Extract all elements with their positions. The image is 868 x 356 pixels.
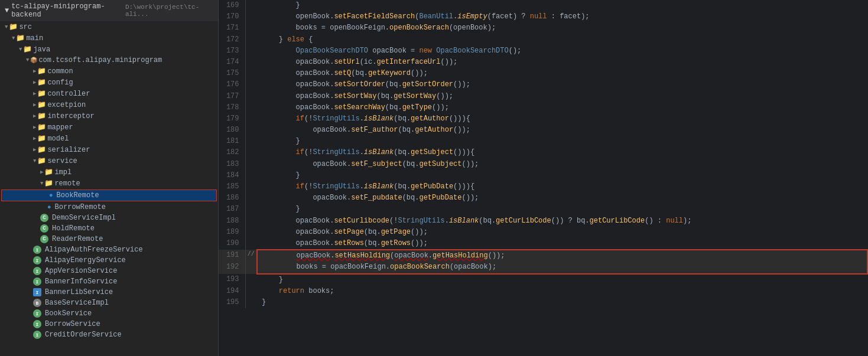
tree-item-interceptor[interactable]: ▶ 📁 interceptor — [0, 110, 218, 122]
code-editor[interactable]: 169 } 170 openBook.setFacetFieldSearch(B… — [219, 0, 868, 356]
line-number: 184 — [219, 170, 245, 181]
service-badge: I — [33, 256, 41, 264]
table-row: 171 books = openBookFeign.openBookSerach… — [219, 22, 867, 34]
table-row: 177 opacBook.setSortWay(bq.getSortWay())… — [219, 91, 867, 102]
tree-item-CreditOrderService[interactable]: I CreditOrderService — [0, 329, 218, 340]
line-number: 180 — [219, 125, 245, 136]
code-line: opacBook.setSearchWay(bq.getType()); — [257, 102, 867, 113]
gutter — [245, 297, 257, 308]
tree-item-common[interactable]: ▶ 📁 common — [0, 66, 218, 77]
class-badge: C — [40, 235, 48, 243]
chevron-icon: ▶ — [33, 90, 36, 97]
tree-label: service — [46, 157, 218, 165]
code-line: } — [257, 136, 867, 147]
interface-icon: ● — [47, 204, 51, 211]
tree-label: mapper — [46, 123, 218, 132]
code-line: opacBook.setSortOrder(bq.getSortOrder())… — [257, 79, 867, 90]
service-badge: I — [33, 246, 41, 254]
folder-icon: 📁 — [16, 34, 25, 43]
code-line: books = opacBookFeign.opacBookSearch(opa… — [257, 262, 867, 273]
code-line: } else { — [257, 34, 867, 45]
tree-item-BaseServiceImpl[interactable]: B BaseServiceImpl — [0, 298, 218, 308]
chevron-icon: ▼ — [19, 47, 22, 53]
line-number: 190 — [219, 238, 245, 250]
tree-item-BannerLibService[interactable]: I BannerLibService — [0, 287, 218, 298]
tree-item-config[interactable]: ▶ 📁 config — [0, 77, 218, 88]
tree-label: ReaderRemote — [51, 235, 218, 243]
tree-item-serializer[interactable]: ▶ 📁 serializer — [0, 144, 218, 155]
tree-item-BorrowRemote[interactable]: ● BorrowRemote — [0, 202, 218, 213]
table-row: 190 opacBook.setRows(bq.getRows()); — [219, 238, 867, 250]
table-row: 193 } — [219, 274, 867, 286]
table-row: 182 if(!StringUtils.isBlank(bq.getSubjec… — [219, 147, 867, 158]
tree-label: interceptor — [46, 112, 218, 120]
gutter — [245, 136, 257, 147]
folder-icon: 📁 — [9, 22, 18, 31]
file-tree[interactable]: ▼ tc-alipay-miniprogram-backend D:\work\… — [0, 0, 219, 356]
tree-item-BookRemote[interactable]: ● BookRemote — [1, 190, 217, 201]
line-number: 174 — [219, 57, 245, 68]
code-line: } — [257, 0, 867, 11]
tree-item-AlipayAuthFreezeService[interactable]: I AlipayAuthFreezeService — [0, 244, 218, 255]
tree-item-controller[interactable]: ▶ 📁 controller — [0, 88, 218, 99]
tree-item-BannerInfoService[interactable]: I BannerInfoService — [0, 276, 218, 287]
tree-label: DemoServiceImpl — [51, 214, 218, 222]
gutter — [245, 204, 257, 215]
line-number: 176 — [219, 79, 245, 90]
folder-icon: 📁 — [37, 156, 46, 165]
line-number: 173 — [219, 45, 245, 57]
chevron-icon: ▼ — [5, 24, 8, 30]
tree-item-main[interactable]: ▼ 📁 main — [0, 32, 218, 44]
table-row: 192 books = opacBookFeign.opacBookSearch… — [219, 262, 867, 273]
tree-item-java[interactable]: ▼ 📁 java — [0, 44, 218, 55]
table-row: 195 } — [219, 297, 867, 308]
tree-item-mapper[interactable]: ▶ 📁 mapper — [0, 122, 218, 133]
tree-item-HoldRemote[interactable]: C HoldRemote — [0, 223, 218, 234]
line-number: 185 — [219, 181, 245, 192]
code-line: OpacBookSearchDTO opacBook = new OpacBoo… — [257, 45, 867, 57]
code-line: } — [257, 297, 867, 308]
tree-label: BannerLibService — [44, 288, 218, 296]
tree-item-model[interactable]: ▶ 📁 model — [0, 133, 218, 144]
tree-item-package[interactable]: ▼ 📦 com.tcsoft.alipay.miniprogram — [0, 55, 218, 66]
chevron-icon: ▼ — [40, 181, 43, 187]
tree-item-excetpion[interactable]: ▶ 📁 excetpion — [0, 99, 218, 110]
folder-icon: 📁 — [37, 112, 46, 120]
code-line: opacBook.setCurlibcode(!StringUtils.isBl… — [257, 215, 867, 227]
line-number: 195 — [219, 297, 245, 308]
class-badge: C — [40, 214, 48, 222]
line-number: 182 — [219, 147, 245, 158]
tree-item-DemoServiceImpl[interactable]: C DemoServiceImpl — [0, 213, 218, 223]
tree-item-src[interactable]: ▼ 📁 src — [0, 21, 218, 32]
code-line: if(!StringUtils.isBlank(bq.getPubDate())… — [257, 181, 867, 192]
chevron-icon: ▼ — [26, 57, 29, 63]
gutter — [245, 147, 257, 158]
gutter — [245, 125, 257, 136]
table-row: 185 if(!StringUtils.isBlank(bq.getPubDat… — [219, 181, 867, 192]
tree-item-impl[interactable]: ▶ 📁 impl — [0, 166, 218, 178]
tree-label: model — [46, 135, 218, 143]
gutter — [245, 227, 257, 238]
tree-item-service[interactable]: ▼ 📁 service — [0, 155, 218, 166]
table-row: 194 return books; — [219, 286, 867, 297]
tree-item-AppVersionService[interactable]: I AppVersionService — [0, 266, 218, 276]
line-number: 183 — [219, 159, 245, 170]
code-line: opacBook.setF_author(bq.getAuthor()); — [257, 125, 867, 136]
tree-label: main — [25, 34, 218, 43]
tree-label: java — [32, 45, 218, 54]
tree-item-remote[interactable]: ▼ 📁 remote — [0, 178, 218, 189]
tree-item-BookService[interactable]: I BookService — [0, 308, 218, 319]
code-line: } — [257, 170, 867, 181]
code-line: openBook.setFacetFieldSearch(BeanUtil.is… — [257, 11, 867, 22]
service-badge: I — [33, 277, 41, 286]
tree-item-ReaderRemote[interactable]: C ReaderRemote — [0, 234, 218, 244]
chevron-icon: ▶ — [33, 146, 36, 153]
tree-item-BorrowService[interactable]: I BorrowService — [0, 319, 218, 329]
table-row: 179 if(!StringUtils.isBlank(bq.getAuthor… — [219, 113, 867, 125]
line-number: 192 — [219, 262, 245, 273]
gutter — [245, 57, 257, 68]
service-badge: I — [33, 320, 41, 328]
folder-icon: 📁 — [37, 89, 46, 98]
tree-item-AlipayEnergyService[interactable]: I AlipayEnergyService — [0, 255, 218, 266]
table-row: 175 opacBook.setQ(bq.getKeyword()); — [219, 68, 867, 79]
